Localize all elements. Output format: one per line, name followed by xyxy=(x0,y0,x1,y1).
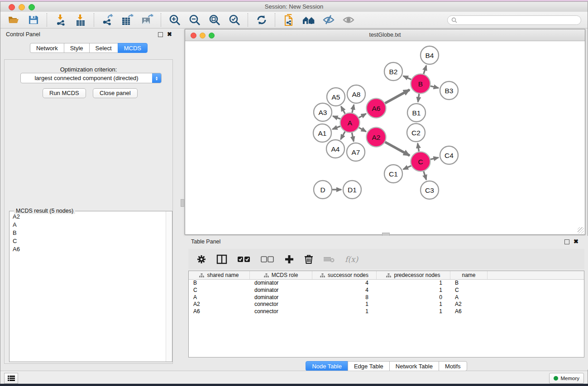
table-row[interactable]: A2connector11A2 xyxy=(189,301,584,308)
mcds-result-item[interactable]: A6 xyxy=(10,245,166,253)
export-network-icon[interactable] xyxy=(101,14,115,26)
save-session-icon[interactable] xyxy=(27,14,40,26)
open-file-icon[interactable] xyxy=(7,14,20,26)
refresh-icon[interactable] xyxy=(255,14,268,26)
tab-node-table[interactable]: Node Table xyxy=(306,361,348,371)
close-panel-icon[interactable]: ✖ xyxy=(167,32,172,37)
node-C2[interactable]: C2 xyxy=(407,124,425,142)
node-A1[interactable]: A1 xyxy=(313,124,331,142)
tab-network[interactable]: Network xyxy=(30,43,64,53)
network-close-button[interactable] xyxy=(191,33,196,38)
import-network-icon[interactable] xyxy=(54,14,67,26)
edge-A-A7[interactable] xyxy=(352,133,354,141)
node-B1[interactable]: B1 xyxy=(407,104,425,122)
new-network-from-selection-icon[interactable] xyxy=(282,14,296,26)
delete-column-icon[interactable] xyxy=(304,254,313,264)
mcds-result-item[interactable]: C xyxy=(10,237,166,245)
zoom-out-icon[interactable] xyxy=(188,14,201,26)
zoom-in-icon[interactable] xyxy=(168,14,182,26)
import-table-icon[interactable] xyxy=(74,14,87,26)
column-header-name[interactable]: name xyxy=(450,271,488,279)
network-canvas[interactable]: B4B2BB3A8A5A6B1A3AA1C2A2A4A7C4CC1C3DD1 xyxy=(186,41,584,234)
window-resize-grip[interactable] xyxy=(578,227,584,234)
column-header-MCDS-role[interactable]: MCDS role xyxy=(250,271,312,279)
column-header-successor-nodes[interactable]: successor nodes xyxy=(312,271,377,279)
edge-B-B1[interactable] xyxy=(418,94,419,102)
first-neighbors-icon[interactable] xyxy=(302,14,316,26)
edge-B-B3[interactable] xyxy=(430,86,439,88)
add-column-icon[interactable] xyxy=(284,254,294,264)
node-B2[interactable]: B2 xyxy=(384,62,402,81)
run-mcds-button[interactable]: Run MCDS xyxy=(43,88,86,98)
export-image-icon[interactable] xyxy=(141,14,154,26)
column-header-shared-name[interactable]: shared name xyxy=(189,271,250,279)
float-panel-icon[interactable] xyxy=(158,32,163,37)
edge-A-A5[interactable] xyxy=(341,106,345,114)
node-C1[interactable]: C1 xyxy=(384,165,402,183)
mcds-result-scrollbar[interactable] xyxy=(166,211,172,362)
node-A8[interactable]: A8 xyxy=(347,85,365,103)
node-A5[interactable]: A5 xyxy=(327,88,345,106)
mcds-result-item[interactable]: B xyxy=(10,229,166,237)
float-table-panel-icon[interactable] xyxy=(564,239,569,244)
node-C4[interactable]: C4 xyxy=(440,146,458,164)
table-row[interactable]: A6connector11A6 xyxy=(189,308,584,315)
edge-A6-B[interactable] xyxy=(385,90,410,103)
table-row[interactable]: Bdominator41B xyxy=(189,280,584,287)
table-settings-icon[interactable] xyxy=(196,254,206,264)
edge-C-C2[interactable] xyxy=(418,143,419,152)
table-row[interactable]: Cdominator41C xyxy=(189,287,584,294)
hide-selected-icon[interactable] xyxy=(322,14,335,26)
node-B[interactable]: B xyxy=(411,74,430,94)
node-A[interactable]: A xyxy=(340,113,360,133)
tab-network-table[interactable]: Network Table xyxy=(389,361,439,371)
node-D[interactable]: D xyxy=(314,181,332,199)
node-D1[interactable]: D1 xyxy=(343,181,361,199)
edge-A-A8[interactable] xyxy=(352,105,354,113)
edge-A-A4[interactable] xyxy=(341,132,345,139)
tab-mcds[interactable]: MCDS xyxy=(118,43,148,53)
edge-B-B4[interactable] xyxy=(424,66,426,74)
edge-A-A1[interactable] xyxy=(332,126,340,129)
edge-A-A3[interactable] xyxy=(333,116,340,119)
delete-table-icon[interactable] xyxy=(323,256,335,263)
node-C[interactable]: C xyxy=(411,152,430,172)
export-table-icon[interactable] xyxy=(121,14,134,26)
split-view-icon[interactable] xyxy=(216,254,227,264)
edge-C-C3[interactable] xyxy=(424,171,426,180)
node-B4[interactable]: B4 xyxy=(421,46,439,64)
edge-A-A2[interactable] xyxy=(359,128,366,132)
table-row[interactable]: Adominator80A xyxy=(189,294,584,301)
node-C3[interactable]: C3 xyxy=(421,181,439,199)
minimize-window-button[interactable] xyxy=(19,4,25,10)
node-B3[interactable]: B3 xyxy=(440,81,458,100)
edge-C-C4[interactable] xyxy=(430,157,439,159)
tab-edge-table[interactable]: Edge Table xyxy=(348,361,390,371)
network-minimize-button[interactable] xyxy=(200,33,206,38)
zoom-selected-icon[interactable] xyxy=(228,14,241,26)
task-history-button[interactable] xyxy=(4,373,18,384)
function-builder-icon[interactable]: f(x) xyxy=(345,255,358,264)
zoom-window-button[interactable] xyxy=(29,4,35,10)
edge-B-B2[interactable] xyxy=(403,76,411,80)
node-A3[interactable]: A3 xyxy=(314,103,332,121)
select-all-columns-icon[interactable] xyxy=(237,256,251,263)
node-A2[interactable]: A2 xyxy=(367,128,386,147)
tab-style[interactable]: Style xyxy=(64,43,90,53)
edge-A2-C[interactable] xyxy=(385,142,410,156)
node-A7[interactable]: A7 xyxy=(347,143,365,161)
optimization-criterion-dropdown[interactable]: largest connected component (directed) ▲… xyxy=(20,73,162,83)
mcds-result-item[interactable]: A2 xyxy=(10,212,166,220)
node-A6[interactable]: A6 xyxy=(367,99,386,118)
close-panel-button[interactable]: Close panel xyxy=(93,88,138,98)
split-divider-handle-vertical[interactable] xyxy=(181,199,184,207)
edge-A-A6[interactable] xyxy=(359,114,366,118)
show-all-icon[interactable] xyxy=(342,14,355,26)
column-header-predecessor-nodes[interactable]: predecessor nodes xyxy=(377,271,450,279)
mcds-result-item[interactable]: A xyxy=(10,220,166,229)
network-zoom-button[interactable] xyxy=(209,33,215,38)
close-window-button[interactable] xyxy=(9,4,15,10)
close-table-panel-icon[interactable]: ✖ xyxy=(574,239,578,244)
zoom-fit-icon[interactable] xyxy=(208,14,221,26)
node-A4[interactable]: A4 xyxy=(326,140,344,158)
